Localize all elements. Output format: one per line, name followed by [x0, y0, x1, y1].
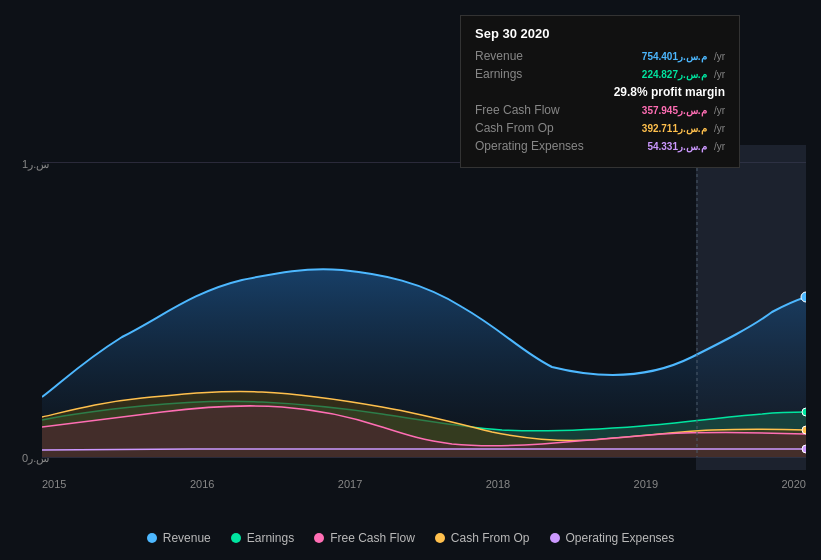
legend-label-cfo: Cash From Op — [451, 531, 530, 545]
legend: Revenue Earnings Free Cash Flow Cash Fro… — [0, 531, 821, 545]
x-axis-labels: 2015 2016 2017 2018 2019 2020 — [42, 478, 806, 490]
tooltip-label-revenue: Revenue — [475, 49, 523, 63]
tooltip-row-profit-margin: 29.8% profit margin — [475, 85, 725, 99]
cfo-dot — [802, 426, 806, 434]
tooltip-row-cfo: Cash From Op 392.711م.س.ر /yr — [475, 121, 725, 135]
tooltip-label-earnings: Earnings — [475, 67, 522, 81]
x-label-2019: 2019 — [634, 478, 658, 490]
tooltip-row-opex: Operating Expenses 54.331م.س.ر /yr — [475, 139, 725, 153]
legend-earnings[interactable]: Earnings — [231, 531, 294, 545]
tooltip-profit-margin: 29.8% profit margin — [614, 85, 725, 99]
tooltip-value-fcf: 357.945م.س.ر /yr — [638, 103, 725, 117]
legend-dot-revenue — [147, 533, 157, 543]
tooltip-date: Sep 30 2020 — [475, 26, 725, 41]
x-label-2015: 2015 — [42, 478, 66, 490]
tooltip-value-cfo: 392.711م.س.ر /yr — [638, 121, 725, 135]
tooltip-label-cfo: Cash From Op — [475, 121, 554, 135]
legend-label-earnings: Earnings — [247, 531, 294, 545]
legend-label-revenue: Revenue — [163, 531, 211, 545]
tooltip-row-revenue: Revenue 754.401م.س.ر /yr — [475, 49, 725, 63]
legend-dot-cfo — [435, 533, 445, 543]
legend-dot-fcf — [314, 533, 324, 543]
tooltip-label-opex: Operating Expenses — [475, 139, 584, 153]
tooltip: Sep 30 2020 Revenue 754.401م.س.ر /yr Ear… — [460, 15, 740, 168]
chart-container: Sep 30 2020 Revenue 754.401م.س.ر /yr Ear… — [0, 0, 821, 560]
x-label-2020: 2020 — [781, 478, 805, 490]
tooltip-value-revenue: 754.401م.س.ر /yr — [638, 49, 725, 63]
x-label-2017: 2017 — [338, 478, 362, 490]
y-axis-bottom-label: 0س.ر — [22, 452, 49, 465]
legend-dot-earnings — [231, 533, 241, 543]
chart-svg — [42, 162, 806, 457]
legend-revenue[interactable]: Revenue — [147, 531, 211, 545]
legend-cfo[interactable]: Cash From Op — [435, 531, 530, 545]
legend-label-fcf: Free Cash Flow — [330, 531, 415, 545]
earnings-dot — [802, 408, 806, 416]
tooltip-row-fcf: Free Cash Flow 357.945م.س.ر /yr — [475, 103, 725, 117]
tooltip-value-opex: 54.331م.س.ر /yr — [643, 139, 725, 153]
legend-dot-opex — [550, 533, 560, 543]
opex-dot — [802, 445, 806, 453]
tooltip-row-earnings: Earnings 224.827م.س.ر /yr — [475, 67, 725, 81]
x-label-2016: 2016 — [190, 478, 214, 490]
legend-opex[interactable]: Operating Expenses — [550, 531, 675, 545]
legend-fcf[interactable]: Free Cash Flow — [314, 531, 415, 545]
legend-label-opex: Operating Expenses — [566, 531, 675, 545]
tooltip-label-fcf: Free Cash Flow — [475, 103, 560, 117]
grid-line-bottom — [42, 457, 806, 458]
x-label-2018: 2018 — [486, 478, 510, 490]
tooltip-value-earnings: 224.827م.س.ر /yr — [638, 67, 725, 81]
